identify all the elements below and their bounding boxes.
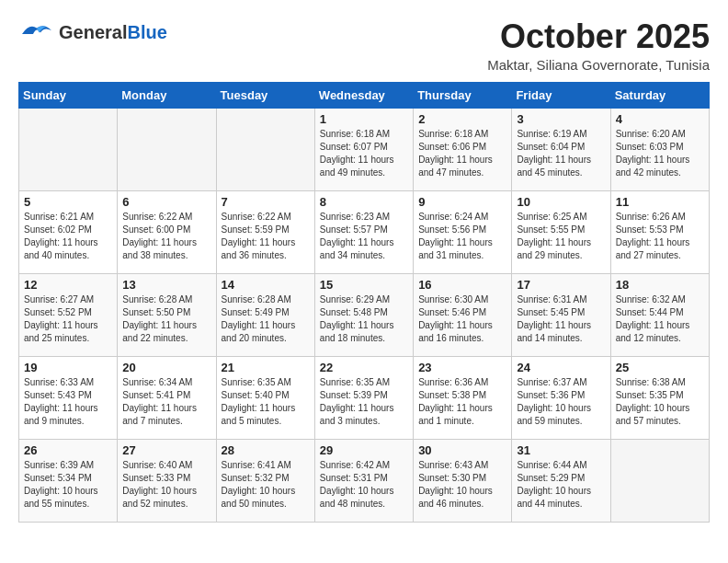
calendar-cell: 31Sunrise: 6:44 AM Sunset: 5:29 PM Dayli… [512, 439, 610, 522]
day-info: Sunrise: 6:41 AM Sunset: 5:32 PM Dayligh… [222, 459, 310, 511]
day-info: Sunrise: 6:44 AM Sunset: 5:29 PM Dayligh… [517, 459, 605, 511]
day-info: Sunrise: 6:18 AM Sunset: 6:07 PM Dayligh… [320, 128, 408, 179]
page: GeneralBlue October 2025 Maktar, Siliana… [0, 0, 728, 532]
day-number: 1 [320, 112, 408, 126]
calendar-cell: 24Sunrise: 6:37 AM Sunset: 5:36 PM Dayli… [512, 356, 610, 439]
day-number: 21 [222, 361, 310, 374]
day-info: Sunrise: 6:33 AM Sunset: 5:43 PM Dayligh… [24, 376, 112, 428]
day-info: Sunrise: 6:22 AM Sunset: 6:00 PM Dayligh… [122, 211, 210, 262]
calendar-cell: 26Sunrise: 6:39 AM Sunset: 5:34 PM Dayli… [19, 439, 118, 522]
calendar-cell: 12Sunrise: 6:27 AM Sunset: 5:52 PM Dayli… [19, 273, 118, 356]
day-number: 14 [222, 278, 310, 292]
day-number: 19 [24, 361, 112, 374]
calendar-cell: 1Sunrise: 6:18 AM Sunset: 6:07 PM Daylig… [314, 108, 413, 190]
day-info: Sunrise: 6:34 AM Sunset: 5:41 PM Dayligh… [122, 376, 210, 428]
day-info: Sunrise: 6:28 AM Sunset: 5:50 PM Dayligh… [122, 293, 210, 345]
day-info: Sunrise: 6:27 AM Sunset: 5:52 PM Dayligh… [24, 293, 112, 345]
day-info: Sunrise: 6:20 AM Sunset: 6:03 PM Dayligh… [616, 128, 704, 179]
day-number: 18 [616, 278, 704, 292]
calendar-week-3: 19Sunrise: 6:33 AM Sunset: 5:43 PM Dayli… [19, 356, 710, 439]
calendar-cell: 5Sunrise: 6:21 AM Sunset: 6:02 PM Daylig… [19, 190, 118, 273]
day-number: 4 [616, 112, 704, 126]
calendar-cell: 21Sunrise: 6:35 AM Sunset: 5:40 PM Dayli… [216, 356, 314, 439]
day-info: Sunrise: 6:36 AM Sunset: 5:38 PM Dayligh… [418, 376, 506, 428]
calendar-cell: 28Sunrise: 6:41 AM Sunset: 5:32 PM Dayli… [216, 439, 314, 522]
day-number: 28 [222, 443, 310, 457]
day-number: 27 [122, 443, 210, 457]
day-info: Sunrise: 6:38 AM Sunset: 5:35 PM Dayligh… [616, 376, 704, 428]
header: GeneralBlue October 2025 Maktar, Siliana… [18, 18, 710, 73]
day-number: 16 [418, 278, 506, 292]
calendar-cell [610, 439, 709, 522]
day-number: 7 [222, 195, 310, 209]
day-number: 29 [320, 443, 408, 457]
calendar-cell: 7Sunrise: 6:22 AM Sunset: 5:59 PM Daylig… [216, 190, 314, 273]
calendar-cell: 30Sunrise: 6:43 AM Sunset: 5:30 PM Dayli… [414, 439, 512, 522]
calendar-cell: 6Sunrise: 6:22 AM Sunset: 6:00 PM Daylig… [118, 190, 216, 273]
day-number: 30 [418, 443, 506, 457]
day-number: 25 [616, 361, 704, 374]
day-info: Sunrise: 6:32 AM Sunset: 5:44 PM Dayligh… [616, 293, 704, 345]
calendar-cell: 10Sunrise: 6:25 AM Sunset: 5:55 PM Dayli… [512, 190, 610, 273]
day-info: Sunrise: 6:37 AM Sunset: 5:36 PM Dayligh… [517, 376, 605, 428]
calendar-cell: 13Sunrise: 6:28 AM Sunset: 5:50 PM Dayli… [118, 273, 216, 356]
day-info: Sunrise: 6:43 AM Sunset: 5:30 PM Dayligh… [418, 459, 506, 511]
day-info: Sunrise: 6:25 AM Sunset: 5:55 PM Dayligh… [517, 211, 605, 262]
day-number: 8 [320, 195, 408, 209]
title-block: October 2025 Maktar, Siliana Governorate… [487, 18, 710, 73]
calendar-cell: 14Sunrise: 6:28 AM Sunset: 5:49 PM Dayli… [216, 273, 314, 356]
calendar-table: Sunday Monday Tuesday Wednesday Thursday… [18, 82, 710, 523]
day-number: 24 [517, 361, 605, 374]
col-friday: Friday [512, 82, 610, 108]
calendar-cell: 19Sunrise: 6:33 AM Sunset: 5:43 PM Dayli… [19, 356, 118, 439]
col-wednesday: Wednesday [314, 82, 413, 108]
day-number: 15 [320, 278, 408, 292]
day-info: Sunrise: 6:35 AM Sunset: 5:39 PM Dayligh… [320, 376, 408, 428]
day-number: 13 [122, 278, 210, 292]
calendar-cell: 11Sunrise: 6:26 AM Sunset: 5:53 PM Dayli… [610, 190, 709, 273]
calendar-cell [19, 108, 118, 190]
logo-general: General [59, 22, 127, 42]
day-number: 6 [122, 195, 210, 209]
col-saturday: Saturday [610, 82, 709, 108]
calendar-cell: 23Sunrise: 6:36 AM Sunset: 5:38 PM Dayli… [414, 356, 512, 439]
calendar-cell: 27Sunrise: 6:40 AM Sunset: 5:33 PM Dayli… [118, 439, 216, 522]
day-number: 2 [418, 112, 506, 126]
day-info: Sunrise: 6:19 AM Sunset: 6:04 PM Dayligh… [517, 128, 605, 179]
col-sunday: Sunday [19, 82, 118, 108]
day-number: 20 [122, 361, 210, 374]
day-number: 11 [616, 195, 704, 209]
calendar-cell: 3Sunrise: 6:19 AM Sunset: 6:04 PM Daylig… [512, 108, 610, 190]
calendar-week-1: 5Sunrise: 6:21 AM Sunset: 6:02 PM Daylig… [19, 190, 710, 273]
calendar-cell: 22Sunrise: 6:35 AM Sunset: 5:39 PM Dayli… [314, 356, 413, 439]
day-number: 31 [517, 443, 605, 457]
calendar-cell: 25Sunrise: 6:38 AM Sunset: 5:35 PM Dayli… [610, 356, 709, 439]
day-info: Sunrise: 6:42 AM Sunset: 5:31 PM Dayligh… [320, 459, 408, 511]
day-number: 3 [517, 112, 605, 126]
day-info: Sunrise: 6:29 AM Sunset: 5:48 PM Dayligh… [320, 293, 408, 345]
day-info: Sunrise: 6:23 AM Sunset: 5:57 PM Dayligh… [320, 211, 408, 262]
day-info: Sunrise: 6:40 AM Sunset: 5:33 PM Dayligh… [122, 459, 210, 511]
day-info: Sunrise: 6:21 AM Sunset: 6:02 PM Dayligh… [24, 211, 112, 262]
calendar-cell: 2Sunrise: 6:18 AM Sunset: 6:06 PM Daylig… [414, 108, 512, 190]
day-info: Sunrise: 6:39 AM Sunset: 5:34 PM Dayligh… [24, 459, 112, 511]
calendar-cell: 9Sunrise: 6:24 AM Sunset: 5:56 PM Daylig… [414, 190, 512, 273]
calendar-cell: 16Sunrise: 6:30 AM Sunset: 5:46 PM Dayli… [414, 273, 512, 356]
calendar-cell: 8Sunrise: 6:23 AM Sunset: 5:57 PM Daylig… [314, 190, 413, 273]
day-number: 9 [418, 195, 506, 209]
calendar-week-4: 26Sunrise: 6:39 AM Sunset: 5:34 PM Dayli… [19, 439, 710, 522]
day-info: Sunrise: 6:35 AM Sunset: 5:40 PM Dayligh… [222, 376, 310, 428]
col-thursday: Thursday [414, 82, 512, 108]
day-info: Sunrise: 6:31 AM Sunset: 5:45 PM Dayligh… [517, 293, 605, 345]
day-number: 23 [418, 361, 506, 374]
day-info: Sunrise: 6:24 AM Sunset: 5:56 PM Dayligh… [418, 211, 506, 262]
logo-icon [18, 18, 55, 46]
day-info: Sunrise: 6:22 AM Sunset: 5:59 PM Dayligh… [222, 211, 310, 262]
day-number: 22 [320, 361, 408, 374]
logo: GeneralBlue [18, 18, 167, 46]
day-number: 17 [517, 278, 605, 292]
calendar-cell: 15Sunrise: 6:29 AM Sunset: 5:48 PM Dayli… [314, 273, 413, 356]
col-monday: Monday [118, 82, 216, 108]
calendar-cell: 4Sunrise: 6:20 AM Sunset: 6:03 PM Daylig… [610, 108, 709, 190]
calendar-cell: 18Sunrise: 6:32 AM Sunset: 5:44 PM Dayli… [610, 273, 709, 356]
